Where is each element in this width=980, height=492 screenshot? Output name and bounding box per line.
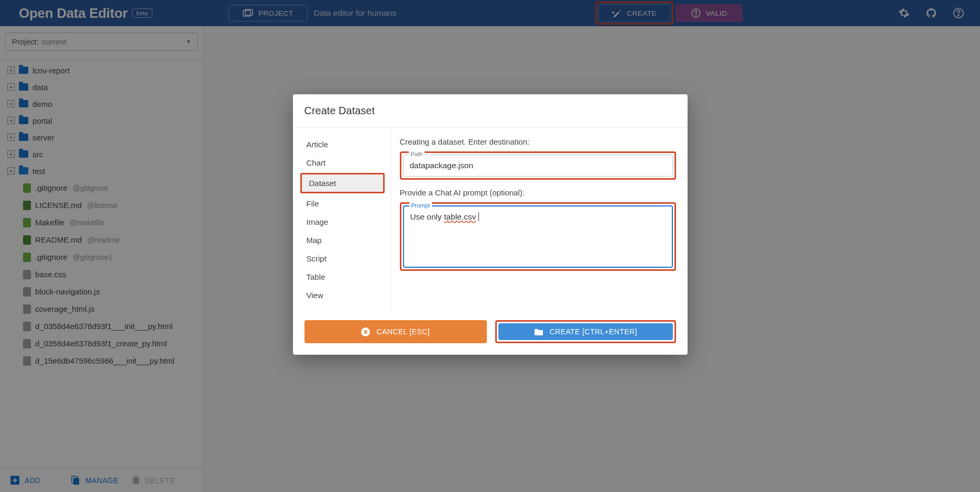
cancel-label: CANCEL [ESC] xyxy=(376,327,430,336)
prompt-float-label: Prompt xyxy=(409,202,432,209)
nav-label: Dataset xyxy=(302,174,383,192)
prompt-textarea[interactable]: Use only table.csv xyxy=(404,206,672,267)
dialog-create-button[interactable]: CREATE [CTRL+ENTER] xyxy=(498,323,673,340)
prompt-field-highlight: Prompt Use only table.csv xyxy=(400,202,676,271)
dialog-nav-item[interactable]: Article xyxy=(293,135,391,154)
dialog-title: Create Dataset xyxy=(293,94,688,128)
dialog-create-label: CREATE [CTRL+ENTER] xyxy=(550,327,637,336)
main-area: Create Dataset ArticleChartDatasetFileIm… xyxy=(204,26,980,492)
prompt-field[interactable]: Prompt Use only table.csv xyxy=(403,205,673,268)
cancel-button[interactable]: CANCEL [ESC] xyxy=(304,320,487,343)
path-input[interactable] xyxy=(404,155,672,176)
destination-label: Creating a dataset. Enter destination: xyxy=(400,137,676,146)
path-field-highlight: Path xyxy=(400,151,676,180)
dialog-actions: CANCEL [ESC] CREATE [CTRL+ENTER] xyxy=(293,312,688,355)
prompt-section-label: Provide a Chat AI prompt (optional): xyxy=(400,188,676,197)
path-float-label: Path xyxy=(409,151,425,157)
close-circle-icon xyxy=(361,327,370,336)
dialog-content: Creating a dataset. Enter destination: P… xyxy=(391,128,688,312)
dialog-nav-item[interactable]: Script xyxy=(293,249,391,268)
dialog-nav-item[interactable]: Image xyxy=(293,213,391,231)
create-dataset-dialog: Create Dataset ArticleChartDatasetFileIm… xyxy=(293,94,688,355)
dialog-nav-item[interactable]: Table xyxy=(293,268,391,286)
create-button-highlight-dialog: CREATE [CTRL+ENTER] xyxy=(495,320,676,343)
dialog-nav: ArticleChartDatasetFileImageMapScriptTab… xyxy=(293,128,391,312)
dialog-nav-item[interactable]: Chart xyxy=(293,154,391,172)
dialog-nav-item-active[interactable]: Dataset xyxy=(300,173,385,193)
path-field[interactable]: Path xyxy=(403,155,673,177)
modal-overlay[interactable]: Create Dataset ArticleChartDatasetFileIm… xyxy=(0,0,980,492)
dialog-nav-item[interactable]: File xyxy=(293,194,391,213)
dialog-nav-item[interactable]: View xyxy=(293,286,391,304)
dialog-nav-item[interactable]: Map xyxy=(293,231,391,249)
folder-plus-icon xyxy=(534,328,543,336)
